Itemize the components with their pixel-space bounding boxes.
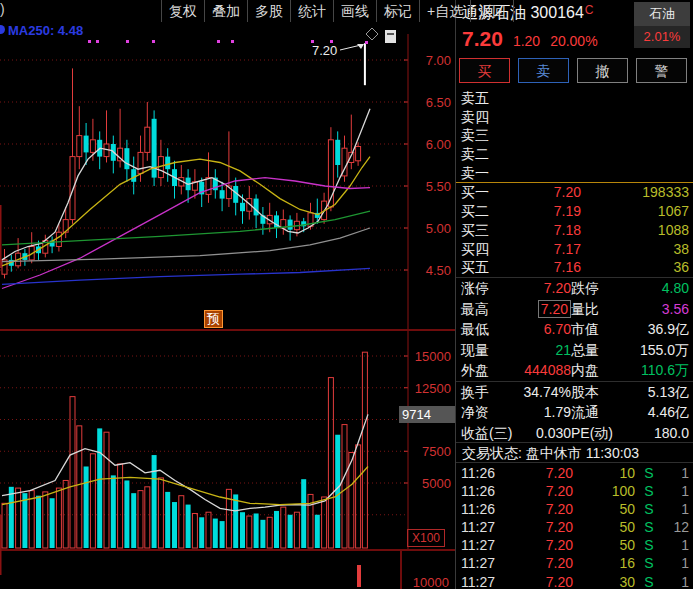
toolbar-item-3[interactable]: 多股 [247,0,290,22]
level-price [509,108,581,127]
toolbar-item-7[interactable]: +自选 [419,0,470,22]
stat-value: 36.9亿 [631,319,689,340]
kline-chart-area[interactable]: 7.006.506.005.505.004.501500012500750050… [0,0,455,589]
tick-price: 7.20 [505,536,573,554]
svg-text:7.20: 7.20 [312,43,337,58]
tick-row-3[interactable]: 11:267.2050S1 [456,500,693,518]
level-volume: 198333 [581,183,689,202]
trading-status: 交易状态: 盘中休市 11:30:03 [456,442,693,463]
svg-text:6.50: 6.50 [426,95,451,110]
toolbar-item-5[interactable]: 画线 [333,0,376,22]
level-volume [581,108,689,127]
forecast-badge[interactable]: 预 [204,310,223,328]
stats-row-7: 净资1.79流通4.46亿 [456,402,693,423]
svg-text:15000: 15000 [415,349,451,364]
tick-volume: 50 [573,518,635,536]
tick-time: 11:27 [461,573,505,589]
stat-label: 跌停 [571,278,631,299]
level-volume: 1067 [581,202,689,221]
stock-code: 300164 [530,4,583,21]
toolbar-item-4[interactable]: 统计 [290,0,333,22]
tick-side: S [635,500,663,518]
level-price [509,164,581,183]
sector-name[interactable]: 石油 [634,2,690,26]
stat-label: 外盘 [461,360,513,381]
stat-label: 涨停 [461,278,513,299]
tick-volume: 50 [573,536,635,554]
volume-unit-badge: X100 [407,529,445,547]
tick-price: 7.20 [505,482,573,500]
stat-value: 3.56 [631,299,689,320]
sell-row-5[interactable]: 卖一 [456,164,693,183]
tick-side: S [635,482,663,500]
stat-value: 21 [513,340,571,361]
tick-side: S [635,464,663,482]
svg-text:5.50: 5.50 [426,179,451,194]
stat-label: 最低 [461,319,513,340]
toolbar-item-8[interactable]: 返回 [470,0,514,22]
buy-row-2[interactable]: 买二7.191067 [456,202,693,221]
level-price [509,89,581,108]
level-volume [581,89,689,108]
sector-widget[interactable]: 石油 2.01% [634,2,690,48]
ma250-label: MA250: 4.48 [8,23,83,38]
kline-chart-svg[interactable]: 7.006.506.005.505.004.501500012500750050… [0,0,455,589]
buy-row-4[interactable]: 买四7.1738 [456,240,693,259]
tick-list[interactable]: 11:267.2010S111:267.20100S111:267.2050S1… [456,464,693,589]
stat-label: 现量 [461,340,513,361]
tick-volume: 10 [573,464,635,482]
level-label: 买四 [461,240,509,259]
buy-row-1[interactable]: 买一7.20198333 [456,183,693,202]
stat-value: 34.74% [513,382,571,403]
stat-label: 量比 [571,299,631,320]
trading-terminal: ) 复权叠加多股统计画线标记+自选返回 7.006.506.005.505.00… [0,0,693,589]
tick-count: 1 [663,500,689,518]
svg-text:5000: 5000 [422,476,451,491]
sell-row-4[interactable]: 卖二 [456,145,693,164]
trade-button-买[interactable]: 买 [459,58,510,83]
sell-row-1[interactable]: 卖五 [456,89,693,108]
trade-button-警[interactable]: 警 [636,58,687,83]
level-label: 卖五 [461,89,509,108]
toolbar-item-1[interactable]: 复权 [161,0,204,22]
tick-row-7[interactable]: 11:277.2030S1 [456,573,693,589]
level-volume [581,126,689,145]
tick-time: 11:26 [461,500,505,518]
stats-row-4: 现量21总量155.0万 [456,340,693,361]
buy-row-3[interactable]: 买三7.181088 [456,221,693,240]
stat-label: 总量 [571,340,631,361]
tick-row-1[interactable]: 11:267.2010S1 [456,464,693,482]
stat-label: 股本 [571,382,631,403]
level-label: 买三 [461,221,509,240]
level-price: 7.16 [509,258,581,277]
sell-row-2[interactable]: 卖四 [456,108,693,127]
toolbar-item-6[interactable]: 标记 [376,0,419,22]
tick-row-4[interactable]: 11:277.2050S12 [456,518,693,536]
stats-row-3: 最低6.70市值36.9亿 [456,319,693,340]
tick-row-6[interactable]: 11:277.2016S1 [456,554,693,572]
tick-row-5[interactable]: 11:277.2050S1 [456,536,693,554]
price-change: 1.20 [513,33,540,49]
stat-value: 4.80 [631,278,689,299]
buy-row-5[interactable]: 买五7.1636 [456,258,693,277]
tick-row-2[interactable]: 11:267.20100S1 [456,482,693,500]
level-price [509,126,581,145]
trade-button-撤[interactable]: 撤 [577,58,628,83]
stat-label: 市值 [571,319,631,340]
sell-row-3[interactable]: 卖三 [456,126,693,145]
stat-label: 流通 [571,402,631,423]
level-label: 卖二 [461,145,509,164]
tick-volume: 16 [573,554,635,572]
toolbar-item-2[interactable]: 叠加 [204,0,247,22]
svg-text:7500: 7500 [422,444,451,459]
trade-button-卖[interactable]: 卖 [518,58,569,83]
tick-time: 11:27 [461,536,505,554]
stats-row-2: 最高7.20量比3.56 [456,299,693,320]
level-price: 7.20 [509,183,581,202]
price-summary: 7.20 1.20 20.00% [462,27,598,51]
clipped-window-fragment: ) [0,1,5,17]
level-price: 7.19 [509,202,581,221]
stat-label: 收益(三) [461,423,513,444]
tick-count: 1 [663,536,689,554]
level-price [509,145,581,164]
